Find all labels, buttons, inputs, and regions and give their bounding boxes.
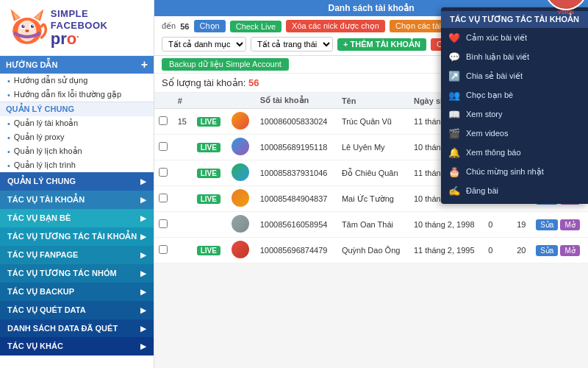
guide-item-1[interactable]: Hướng dẫn sử dụng — [0, 74, 154, 88]
cell-check — [154, 238, 173, 263]
menu-item-tacvu-khac[interactable]: TÁC VỤ KHÁC ▶ — [0, 337, 154, 355]
col-id: Số tài khoản — [256, 93, 337, 109]
guide-section[interactable]: HƯỚNG DẪN + — [0, 56, 154, 74]
col-num: # — [173, 93, 193, 109]
cell-name: Đỗ Chiêu Quân — [337, 160, 409, 186]
btn-add-account[interactable]: + THÊM TÀI KHOẢN — [337, 38, 426, 51]
row-checkbox[interactable] — [159, 194, 168, 202]
video-icon: 🎬 — [448, 127, 460, 139]
cell-c3: 20 — [512, 238, 531, 263]
avatar — [232, 163, 249, 181]
btn-xoa[interactable]: Xóa các nick được chọn — [286, 20, 385, 32]
menu-arrow-4: ▶ — [140, 251, 146, 259]
svg-point-12 — [25, 29, 29, 32]
cell-num: 15 — [173, 109, 193, 135]
guide-item-2[interactable]: Hướng dẫn fix lỗi thường gặp — [0, 88, 154, 102]
dropdown-item-chiase[interactable]: ↗️ Chia sẻ bài viết — [441, 66, 588, 85]
btn-check-live[interactable]: Check Live — [230, 21, 282, 32]
logo-text: SIMPLE FACEBOOK pro• — [51, 8, 146, 47]
row-checkbox[interactable] — [159, 245, 168, 254]
dropdown-item-camxuc[interactable]: ❤️ Cảm xúc bài viết — [441, 28, 588, 47]
avatar — [232, 138, 249, 155]
live-badge: LIVE — [197, 194, 220, 204]
menu-item-tacvu-fanpage[interactable]: TÁC VỤ FANPAGE ▶ — [0, 246, 154, 264]
select-trang-thai[interactable]: Tất cả trang thái — [251, 37, 333, 52]
btn-sua-6[interactable]: Sửa — [536, 245, 558, 256]
btn-mo-5[interactable]: Mở — [560, 219, 579, 230]
sub-quanly-taikhoan[interactable]: Quản lý tài khoản — [0, 116, 154, 130]
row-checkbox[interactable] — [159, 116, 168, 125]
logo-title: SIMPLE FACEBOOK — [51, 8, 146, 31]
menu-arrow-0: ▶ — [140, 177, 146, 185]
dropdown-item-chucsinhnhat[interactable]: 🎂 Chúc mừng sinh nhật — [441, 162, 588, 181]
row-checkbox[interactable] — [159, 219, 168, 228]
subgroup-label: QUẢN LÝ CHUNG — [0, 102, 154, 116]
cell-c3: 19 — [512, 212, 531, 238]
dropdown-overlay: TÁC VỤ TƯƠNG TÁC TÀI KHOẢN ❤️ Cảm xúc bà… — [441, 7, 588, 204]
svg-point-9 — [31, 24, 34, 27]
cell-live — [193, 212, 227, 238]
post-icon: ✍️ — [448, 185, 460, 197]
dropdown-item-binhluan-label: Bình luận bài viết — [466, 52, 529, 62]
row-checkbox[interactable] — [159, 142, 168, 151]
cell-avatar — [227, 109, 256, 135]
btn-chon[interactable]: Chọn — [194, 20, 226, 32]
guide-plus-icon[interactable]: + — [141, 59, 148, 71]
sub-quanly-proxy[interactable]: Quản lý proxy — [0, 130, 154, 144]
live-badge: LIVE — [197, 169, 220, 178]
cell-name: Tâm Oan Thái — [337, 212, 409, 238]
dropdown-item-binhluan[interactable]: 💬 Bình luận bài viết — [441, 47, 588, 66]
menu-item-quanly[interactable]: QUẢN LÝ CHUNG ▶ — [0, 172, 154, 191]
sidebar: SIMPLE FACEBOOK pro• HƯỚNG DẪN + Hướng d… — [0, 0, 154, 368]
menu-arrow-5: ▶ — [140, 269, 146, 277]
dropdown-item-chocbanbe[interactable]: 👥 Chọc bạn bè — [441, 85, 588, 105]
fox-logo-icon — [7, 7, 47, 48]
menu-item-tacvu-nhom[interactable]: TÁC VỤ TƯƠNG TÁC NHÓM ▶ — [0, 264, 154, 283]
sub-quanly-lich-khoan[interactable]: Quản lý lịch khoản — [0, 144, 154, 158]
cell-id: 100086005833024 — [256, 109, 337, 135]
share-icon: ↗️ — [448, 70, 460, 82]
notification-icon: 🔔 — [448, 146, 460, 158]
menu-item-danh-sach[interactable]: DANH SÁCH DATA ĐÃ QUÉT ▶ — [0, 319, 154, 337]
btn-sua-5[interactable]: Sửa — [536, 219, 558, 230]
cell-dob: 11 tháng 2, 1995 — [409, 238, 484, 263]
menu-item-tacvu-quet[interactable]: TÁC VỤ QUÉT DATA ▶ — [0, 301, 154, 319]
btn-backup[interactable]: Backup dữ liệu Simple Account — [162, 58, 289, 71]
cell-live: LIVE — [193, 160, 227, 186]
cell-num — [173, 160, 193, 186]
sub-quanly-lich-trinh[interactable]: Quản lý lịch trình — [0, 158, 154, 172]
cell-id: 100085689195118 — [256, 135, 337, 160]
cell-num — [173, 238, 193, 263]
dropdown-item-xemvideos[interactable]: 🎬 Xem videos — [441, 124, 588, 143]
cell-check — [154, 109, 173, 135]
live-badge: LIVE — [197, 143, 220, 152]
sub-quanly-lich-khoan-label: Quản lý lịch khoản — [14, 146, 82, 156]
cell-name: Trúc Quân Vũ — [337, 109, 409, 135]
avatar — [232, 215, 249, 233]
dropdown-item-dangbai[interactable]: ✍️ Đăng bài — [441, 181, 588, 200]
select-danh-muc[interactable]: Tất cả danh mục — [162, 37, 246, 52]
menu-item-tacvu-tuongtac[interactable]: TÁC VỤ TƯƠNG TÁC TÀI KHOẢN ▶ — [0, 227, 154, 246]
count-value: 56 — [248, 77, 259, 88]
svg-point-10 — [24, 25, 25, 26]
menu-item-tacvu-banbe[interactable]: TÁC VỤ BẠN BÈ ▶ — [0, 209, 154, 227]
live-badge: LIVE — [197, 246, 220, 255]
dropdown-item-xemstory[interactable]: 📖 Xem story — [441, 105, 588, 124]
menu-item-tacvu-taikhoan[interactable]: TÁC VỤ TÀI KHOẢN ▶ — [0, 191, 154, 209]
cell-dob: 10 tháng 2, 1998 — [409, 212, 484, 238]
menu-item-tacvu-backup[interactable]: TÁC VỤ BACKUP ▶ — [0, 283, 154, 301]
cell-c1: 0 — [484, 212, 498, 238]
dropdown-item-chocbanbe-label: Chọc bạn bè — [466, 91, 513, 100]
sidebar-menu: QUẢN LÝ CHUNG ▶ TÁC VỤ TÀI KHOẢN ▶ TÁC V… — [0, 172, 154, 355]
cell-id: 100085696874479 — [256, 238, 337, 263]
btn-mo-6[interactable]: Mở — [560, 245, 579, 256]
logo-pro: pro• — [51, 31, 146, 47]
live-badge: LIVE — [197, 117, 220, 127]
dropdown-item-camxuc-label: Cảm xúc bài viết — [466, 33, 527, 43]
cell-live: LIVE — [193, 186, 227, 212]
cell-avatar — [227, 135, 256, 160]
row-checkbox[interactable] — [159, 168, 168, 177]
story-icon: 📖 — [448, 108, 460, 120]
dropdown-item-xemthongbao[interactable]: 🔔 Xem thông báo — [441, 143, 588, 162]
menu-arrow-6: ▶ — [140, 288, 146, 296]
